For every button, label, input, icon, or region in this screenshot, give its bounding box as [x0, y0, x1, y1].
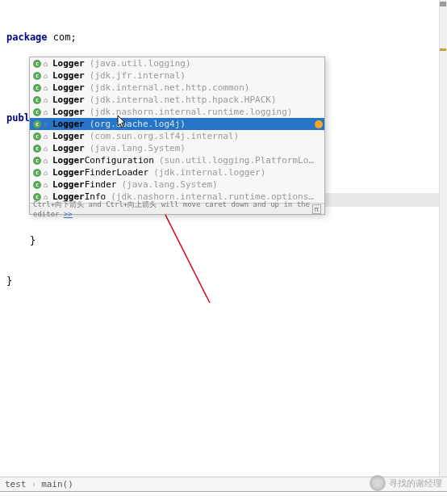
completion-name: Logger [52, 119, 85, 129]
completion-item[interactable]: c⌂Logger(jdk.internal.net.http.hpack.HPA… [30, 94, 324, 106]
class-icon: c [33, 72, 41, 80]
lock-icon: ⌂ [44, 169, 50, 177]
completion-item[interactable]: c⌂Logger(jdk.jfr.internal) [30, 69, 324, 82]
completion-name: Logger [52, 107, 85, 117]
vertical-scrollbar[interactable] [439, 0, 447, 504]
pi-icon[interactable]: π [312, 204, 321, 214]
completion-item[interactable]: c⌂Logger(com.sun.org.slf4j.internal) [30, 130, 324, 142]
chevron-right-icon: › [31, 479, 37, 489]
code-text: } [6, 275, 441, 288]
completion-package: (java.lang.System) [90, 143, 186, 153]
lock-icon: ⌂ [44, 60, 50, 68]
completion-item[interactable]: c⌂Logger(jdk.nashorn.internal.runtime.lo… [30, 106, 324, 118]
scrollbar-handle[interactable] [440, 2, 446, 6]
completion-package: (jdk.nashorn.internal.runtime.logging) [90, 107, 293, 117]
completion-package: (jdk.jfr.internal) [90, 70, 186, 81]
class-icon: c [33, 96, 41, 104]
completion-item[interactable]: c⌂LoggerFinder(java.lang.System) [30, 178, 324, 191]
code-completion-popup[interactable]: c⌂Logger(java.util.logging)c⌂Logger(jdk.… [29, 57, 325, 215]
completion-name: LoggerFinderLoader [52, 167, 148, 178]
completion-name: Logger [52, 70, 85, 81]
completion-item[interactable]: c⌂Logger(jdk.internal.net.http.common) [30, 82, 324, 94]
completion-name: Logger [52, 82, 85, 93]
completion-package: (java.util.logging) [90, 58, 191, 69]
class-icon: c [33, 84, 41, 92]
class-icon: c [33, 132, 41, 141]
completion-package: (jdk.internal.net.http.hpack.HPACK) [90, 94, 277, 105]
watermark-text: 寻找的谢经理 [389, 477, 442, 489]
completion-footer: Ctrl+向下箭头 and Ctrl+向上箭头 will move caret … [30, 203, 324, 214]
completion-more-link[interactable]: >> [64, 210, 73, 218]
class-icon: c [33, 169, 41, 177]
completion-hint-text: Ctrl+向下箭头 and Ctrl+向上箭头 will move caret … [33, 200, 310, 218]
class-icon: c [33, 108, 41, 116]
completion-name: Logger [52, 143, 85, 153]
lock-icon: ⌂ [44, 157, 50, 165]
completion-package: (sun.util.logging.PlatformLo… [159, 155, 314, 166]
class-icon: c [33, 60, 41, 68]
completion-item[interactable]: c⌂Logger(java.util.logging) [30, 57, 324, 69]
completion-item[interactable]: c⌂Logger(java.lang.System) [30, 142, 324, 154]
code-text: } [6, 234, 441, 248]
class-icon: c [33, 157, 41, 165]
completion-item[interactable]: c⌂LoggerFinderLoader(jdk.internal.logger… [30, 166, 324, 178]
lock-icon: ⌂ [44, 108, 50, 116]
bottom-border [0, 491, 447, 504]
completion-package: (org.apache.log4j) [90, 119, 186, 129]
completion-item[interactable]: c⌂LoggerConfiguration(sun.util.logging.P… [30, 154, 324, 166]
lock-icon: ⌂ [44, 145, 50, 153]
lock-icon: ⌂ [44, 181, 50, 189]
completion-package: (jdk.internal.net.http.common) [90, 82, 250, 93]
lock-icon: ⌂ [44, 120, 50, 128]
completion-item[interactable]: c⌂Logger(org.apache.log4j) [30, 118, 324, 130]
completion-name: LoggerConfiguration [52, 155, 154, 166]
lightbulb-icon[interactable] [315, 120, 323, 128]
completion-package: (com.sun.org.slf4j.internal) [90, 131, 239, 141]
completion-package: (jdk.internal.logger) [153, 167, 265, 178]
lock-icon: ⌂ [44, 132, 50, 141]
code-text: com; [48, 32, 77, 43]
completion-package: (java.lang.System) [122, 179, 218, 190]
lock-icon: ⌂ [44, 96, 50, 104]
lock-icon: ⌂ [44, 72, 50, 80]
completion-name: Logger [52, 58, 85, 69]
class-icon: c [33, 145, 41, 153]
breadcrumb-item[interactable]: main() [41, 479, 73, 489]
watermark: 寻找的谢经理 [370, 475, 442, 491]
keyword-package: package [6, 32, 48, 43]
completion-name: Logger [52, 131, 85, 141]
lock-icon: ⌂ [44, 84, 50, 92]
scrollbar-warning-marker[interactable] [440, 48, 446, 51]
wechat-icon [370, 475, 386, 491]
breadcrumb-item[interactable]: test [5, 479, 27, 489]
completion-name: Logger [52, 94, 85, 105]
class-icon: c [33, 181, 41, 189]
completion-name: LoggerFinder [52, 179, 117, 190]
class-icon: c [33, 120, 41, 128]
